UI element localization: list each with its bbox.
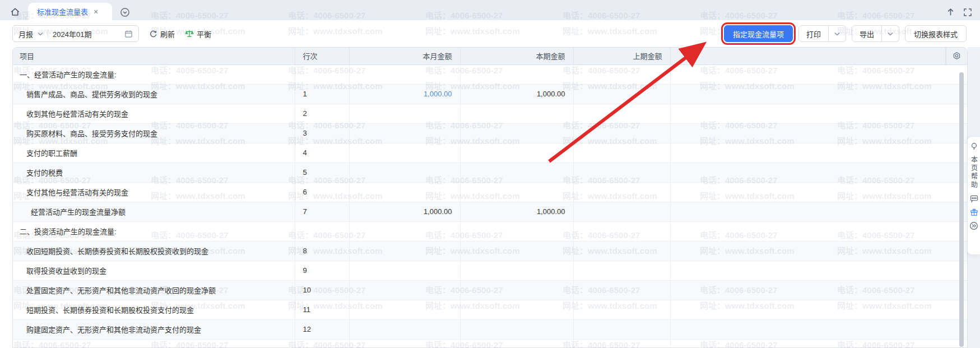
cell-period[interactable] <box>460 104 573 123</box>
calendar-icon[interactable] <box>124 30 133 38</box>
feedback-chat-button[interactable] <box>970 194 978 203</box>
export-dropdown-button[interactable] <box>882 25 899 42</box>
toolbar-left: 月报 2024年01期 刷新 平衡 <box>12 25 211 42</box>
cell-prev[interactable] <box>573 64 670 84</box>
cell-period[interactable] <box>460 64 573 84</box>
chevron-down-icon <box>834 32 840 36</box>
cell-month[interactable] <box>349 261 460 280</box>
cell-month[interactable] <box>349 339 460 348</box>
print-dropdown-button[interactable] <box>829 25 846 42</box>
cell-period[interactable] <box>460 319 573 339</box>
cell-month[interactable]: 1,000.00 <box>349 202 460 221</box>
refresh-icon <box>149 30 157 38</box>
cell-prev[interactable] <box>573 280 670 300</box>
cell-prev[interactable] <box>573 143 670 163</box>
cell-item: 收回短期投资、长期债券投资和长期股权投资收到的现金 <box>13 241 295 261</box>
collapse-strip-button[interactable] <box>969 221 978 230</box>
cell-prev[interactable] <box>573 123 670 143</box>
cell-prev[interactable] <box>573 261 670 280</box>
cell-filler <box>670 241 945 261</box>
cell-prev[interactable] <box>573 319 670 339</box>
cell-period[interactable] <box>460 163 573 182</box>
cell-filler <box>945 163 967 182</box>
cell-prev[interactable] <box>573 84 670 104</box>
cell-filler <box>670 261 945 280</box>
promotion-gift-button[interactable] <box>970 208 978 216</box>
drilldown-value-link[interactable]: 1,000.00 <box>424 90 452 98</box>
scroll-top-icon[interactable] <box>946 7 955 17</box>
tab-list-dropdown-button[interactable] <box>120 7 130 17</box>
cell-line: 10 <box>295 280 349 300</box>
cell-prev[interactable] <box>573 104 670 123</box>
cell-period[interactable] <box>460 339 573 348</box>
cell-item: 处置固定资产、无形资产和其他非流动资产收回的现金净额 <box>13 280 295 300</box>
cell-month[interactable] <box>349 143 460 163</box>
refresh-button[interactable]: 刷新 <box>149 29 175 39</box>
cell-period[interactable] <box>460 221 573 241</box>
cell-month[interactable] <box>349 300 460 319</box>
cell-prev[interactable] <box>573 221 670 241</box>
cell-prev[interactable] <box>573 339 670 348</box>
table-row: 支付的税费 5 <box>13 163 967 182</box>
cell-filler <box>670 300 945 319</box>
home-button[interactable] <box>6 3 25 20</box>
cell-month[interactable] <box>349 182 460 202</box>
tab-close-icon[interactable]: × <box>94 8 98 16</box>
table-row: 取得投资收益收到的现金 9 <box>13 261 967 280</box>
refresh-label: 刷新 <box>160 29 175 39</box>
cell-prev[interactable] <box>573 182 670 202</box>
switch-report-style-button[interactable]: 切换报表样式 <box>905 25 967 42</box>
table-row: 二、投资活动产生的现金流量: <box>13 221 967 241</box>
cell-filler <box>945 84 967 104</box>
cell-period[interactable] <box>460 143 573 163</box>
export-button[interactable]: 导出 <box>852 25 882 42</box>
cell-period[interactable] <box>460 241 573 261</box>
tab-cash-flow-report[interactable]: 标准现金流量表 × <box>28 3 112 20</box>
cell-month[interactable] <box>349 241 460 261</box>
cell-month[interactable] <box>349 221 460 241</box>
cell-line: 3 <box>295 123 349 143</box>
cell-period[interactable] <box>460 182 573 202</box>
cell-month[interactable]: 1,000.00 <box>349 84 460 104</box>
col-header-item: 项目 <box>13 48 295 64</box>
cell-filler <box>945 300 967 319</box>
cell-filler <box>670 221 945 241</box>
period-type-select[interactable]: 月报 <box>18 29 33 39</box>
table-row: 收到其他与经营活动有关的现金 2 <box>13 104 967 123</box>
cell-filler <box>945 221 967 241</box>
cell-period[interactable] <box>460 300 573 319</box>
cell-month[interactable] <box>349 104 460 123</box>
cell-month[interactable] <box>349 319 460 339</box>
cell-period[interactable] <box>460 123 573 143</box>
cell-month[interactable] <box>349 280 460 300</box>
app-window: 标准现金流量表 × 月报 2024年01期 <box>0 0 980 348</box>
assign-cash-flow-item-button[interactable]: 指定现金流量项 <box>724 25 793 42</box>
cell-period[interactable]: 1,000.00 <box>460 202 573 221</box>
period-value-input[interactable]: 2024年01期 <box>53 29 120 39</box>
cell-prev[interactable] <box>573 202 670 221</box>
cell-filler <box>670 104 945 123</box>
cell-month[interactable] <box>349 163 460 182</box>
table-row: 购买原材料、商品、接受劳务支付的现金 3 <box>13 123 967 143</box>
print-button[interactable]: 打印 <box>798 25 829 42</box>
cell-prev[interactable] <box>573 300 670 319</box>
balance-button[interactable]: 平衡 <box>185 29 211 39</box>
cell-item: 短期投资、长期债券投资和长期股权投资支付的现金 <box>13 300 295 319</box>
cell-prev[interactable] <box>573 241 670 261</box>
cell-period[interactable] <box>460 280 573 300</box>
cell-prev[interactable] <box>573 163 670 182</box>
cell-month[interactable] <box>349 123 460 143</box>
cell-period[interactable]: 1,000.00 <box>460 84 573 104</box>
cell-month[interactable] <box>349 64 460 84</box>
cell-line: 7 <box>295 202 349 221</box>
cell-filler <box>945 64 967 84</box>
table-row-partial <box>13 339 967 348</box>
page-help-button[interactable] <box>970 142 978 151</box>
fullscreen-icon[interactable] <box>963 8 972 17</box>
col-header-settings <box>945 48 967 64</box>
vertical-scrollbar[interactable] <box>959 72 964 347</box>
table-row: 短期投资、长期债券投资和长期股权投资支付的现金 11 <box>13 300 967 319</box>
column-settings-button[interactable] <box>946 48 968 64</box>
cell-period[interactable] <box>460 261 573 280</box>
gear-icon <box>953 52 961 60</box>
